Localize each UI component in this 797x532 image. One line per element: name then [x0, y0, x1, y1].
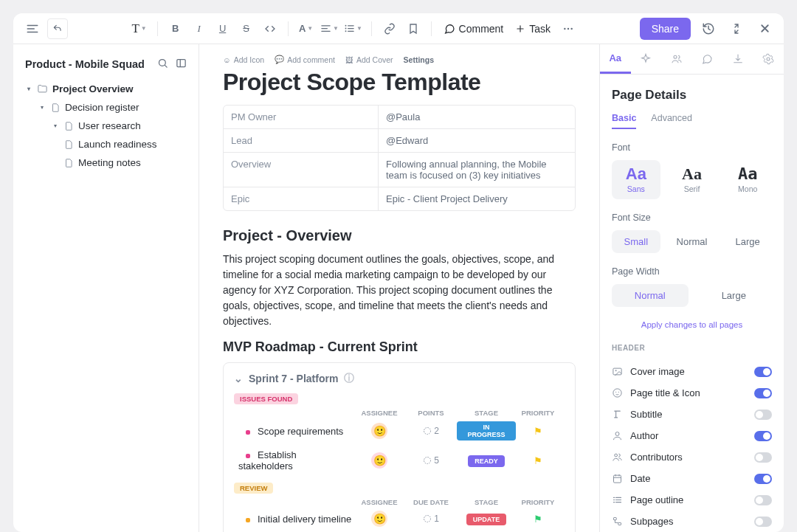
- panel-toggle-icon[interactable]: [176, 58, 187, 71]
- paragraph-style-button[interactable]: T▼: [129, 18, 150, 39]
- add-cover-action[interactable]: 🖼 Add Cover: [345, 55, 393, 64]
- svg-point-4: [567, 27, 569, 29]
- fontsize-label: Font Size: [612, 213, 772, 223]
- list-button[interactable]: ▼: [343, 18, 364, 39]
- tab-comments[interactable]: [692, 44, 723, 74]
- table-row[interactable]: OverviewFollowing annual planning, the M…: [224, 153, 575, 187]
- tab-ai[interactable]: [631, 44, 662, 74]
- history-icon[interactable]: [698, 18, 719, 39]
- avatar[interactable]: 🙂: [371, 423, 387, 439]
- toggle-row: Contributors: [612, 446, 772, 468]
- tab-typography[interactable]: Aa: [600, 44, 631, 74]
- priority-flag-icon[interactable]: ⚑: [516, 514, 560, 525]
- tab-settings[interactable]: [753, 44, 784, 74]
- task-button[interactable]: Task: [511, 20, 555, 38]
- panel-title: Page Details: [612, 88, 772, 103]
- stage-chip[interactable]: IN PROGRESS: [457, 421, 516, 441]
- pagewidth-label: Page Width: [612, 266, 772, 277]
- sidebar-item[interactable]: Launch readiness: [21, 135, 191, 153]
- toggle-switch[interactable]: [754, 367, 772, 377]
- list-item[interactable]: Initial delivery timeline🙂1UPDATE⚑: [234, 506, 565, 531]
- svg-point-0: [345, 25, 347, 27]
- section-paragraph[interactable]: This project scoping document outlines t…: [223, 252, 576, 329]
- svg-point-3: [564, 27, 565, 29]
- toggle-switch[interactable]: [754, 431, 772, 441]
- priority-flag-icon[interactable]: ⚑: [516, 455, 560, 466]
- code-button[interactable]: [260, 18, 280, 39]
- toggle-switch[interactable]: [754, 410, 772, 420]
- avatar[interactable]: 🙂: [371, 452, 387, 469]
- sidebar-item[interactable]: ▾Project Overview: [21, 80, 191, 98]
- user-icon: [612, 430, 623, 441]
- document-area: ☺ Add Icon 💬 Add comment 🖼 Add Cover Set…: [199, 44, 599, 532]
- search-icon[interactable]: [157, 58, 168, 71]
- underline-button[interactable]: U: [213, 18, 233, 39]
- sidebar-item[interactable]: Meeting notes: [21, 153, 191, 172]
- sprint-title[interactable]: Sprint 7 - Platform: [249, 373, 338, 384]
- more-icon[interactable]: [558, 18, 579, 39]
- page-title[interactable]: Project Scope Template: [223, 69, 576, 96]
- sidebar-title: Product - Mobile Squad: [25, 58, 145, 70]
- sidebar-item[interactable]: ▾Decision register: [21, 98, 191, 117]
- svg-point-6: [159, 60, 166, 66]
- undo-icon[interactable]: [47, 18, 68, 39]
- italic-button[interactable]: I: [189, 18, 210, 39]
- svg-point-1: [345, 28, 347, 30]
- tree-icon: [612, 516, 623, 527]
- settings-action[interactable]: Settings: [404, 55, 434, 64]
- align-button[interactable]: ▼: [320, 18, 340, 39]
- link-button[interactable]: [379, 18, 400, 39]
- chevron-down-icon[interactable]: ⌄: [234, 373, 243, 384]
- subtab-basic[interactable]: Basic: [612, 113, 636, 129]
- bookmark-button[interactable]: [403, 18, 424, 39]
- strikethrough-button[interactable]: S: [236, 18, 257, 39]
- add-comment-action[interactable]: 💬 Add comment: [275, 55, 335, 64]
- bold-button[interactable]: B: [165, 18, 186, 39]
- list-item[interactable]: Scope requirements🙂2IN PROGRESS⚑: [234, 417, 565, 445]
- table-row[interactable]: Lead@Edward: [224, 129, 575, 153]
- fontsize-option[interactable]: Small: [612, 230, 660, 253]
- stage-chip[interactable]: READY: [468, 455, 505, 467]
- toggle-row: Author: [612, 425, 772, 446]
- add-icon-action[interactable]: ☺ Add Icon: [223, 55, 264, 64]
- close-icon[interactable]: [754, 18, 775, 39]
- fontsize-option[interactable]: Large: [723, 230, 772, 253]
- comment-button[interactable]: Comment: [439, 20, 508, 38]
- tab-share[interactable]: [661, 44, 692, 74]
- tab-export[interactable]: [722, 44, 753, 74]
- share-button[interactable]: Share: [640, 18, 691, 40]
- roadmap-heading: MVP Roadmap - Current Sprint: [223, 339, 576, 355]
- status-badge[interactable]: ISSUES FOUND: [234, 393, 298, 404]
- font-option[interactable]: AaSans: [612, 160, 660, 199]
- info-icon[interactable]: ⓘ: [344, 372, 354, 385]
- divider: [431, 21, 432, 36]
- list-item[interactable]: Establish stakeholders🙂5READY⚑: [234, 445, 565, 476]
- table-row[interactable]: PM Owner@Paula: [224, 106, 575, 129]
- menu-icon[interactable]: [22, 18, 43, 39]
- collapse-icon[interactable]: [726, 18, 747, 39]
- fontsize-option[interactable]: Normal: [668, 230, 717, 253]
- sidebar-item[interactable]: ▾User research: [21, 117, 191, 135]
- font-option[interactable]: AaMono: [723, 160, 772, 199]
- text-color-button[interactable]: A▼: [296, 18, 317, 39]
- subtab-advanced[interactable]: Advanced: [651, 113, 692, 129]
- toggle-switch[interactable]: [754, 388, 772, 398]
- toggle-switch[interactable]: [754, 452, 772, 463]
- stage-chip[interactable]: UPDATE: [466, 514, 506, 525]
- apply-all-link[interactable]: Apply changes to all pages: [612, 320, 772, 329]
- status-badge[interactable]: REVIEW: [234, 483, 273, 494]
- pagewidth-option[interactable]: Normal: [612, 284, 689, 307]
- toggle-switch[interactable]: [754, 474, 772, 484]
- pagewidth-option[interactable]: Large: [696, 284, 773, 307]
- calendar-icon: [612, 473, 623, 484]
- svg-point-19: [615, 454, 618, 457]
- table-row[interactable]: EpicEpic - Client Project Delivery: [224, 187, 575, 210]
- top-toolbar: T▼ B I U S A▼ ▼ ▼: [13, 13, 784, 44]
- toggle-switch[interactable]: [754, 495, 772, 505]
- font-option[interactable]: AaSerif: [668, 160, 717, 199]
- doc-quick-actions: ☺ Add Icon 💬 Add comment 🖼 Add Cover Set…: [223, 55, 576, 64]
- avatar[interactable]: 🙂: [371, 511, 387, 527]
- toggle-row: Date: [612, 468, 772, 489]
- toggle-switch[interactable]: [754, 517, 772, 527]
- priority-flag-icon[interactable]: ⚑: [516, 426, 560, 437]
